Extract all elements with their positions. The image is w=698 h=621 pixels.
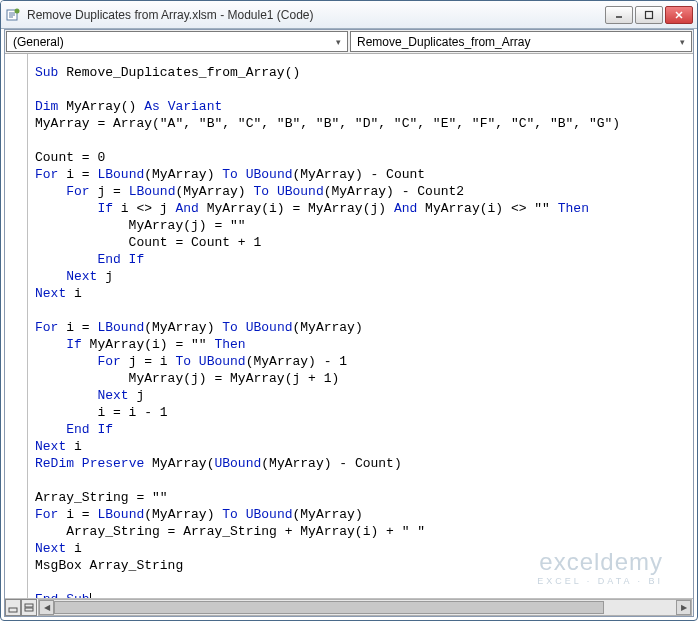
code-token: Next: [35, 541, 66, 556]
procedure-view-button[interactable]: [5, 599, 21, 616]
scroll-left-icon[interactable]: ◀: [39, 600, 54, 615]
code-token: End If: [35, 252, 144, 267]
code-token: ReDim: [35, 456, 74, 471]
code-token: For: [35, 354, 121, 369]
code-token: i <> j: [113, 201, 175, 216]
code-token: For: [35, 167, 58, 182]
code-token: UBound: [246, 320, 293, 335]
code-token: j: [97, 269, 113, 284]
code-token: (MyArray): [144, 320, 222, 335]
titlebar: Remove Duplicates from Array.xlsm - Modu…: [1, 1, 697, 29]
code-token: And: [175, 201, 198, 216]
code-token: UBound: [199, 354, 246, 369]
object-dropdown[interactable]: (General) ▾: [6, 31, 348, 52]
code-token: LBound: [97, 507, 144, 522]
svg-point-4: [15, 8, 20, 13]
code-token: [238, 507, 246, 522]
code-token: MyArray(i) = MyArray(j): [199, 201, 394, 216]
scroll-right-icon[interactable]: ▶: [676, 600, 691, 615]
code-token: (MyArray): [292, 320, 362, 335]
module-icon: [5, 7, 21, 23]
code-token: MyArray(j) = MyArray(j + 1): [35, 371, 339, 386]
code-token: [74, 456, 82, 471]
horizontal-scrollbar[interactable]: ◀ ▶: [38, 599, 692, 616]
code-token: i =: [58, 167, 97, 182]
code-token: (MyArray): [144, 507, 222, 522]
close-button[interactable]: [665, 6, 693, 24]
code-token: Array_String = "": [35, 490, 168, 505]
object-dropdown-text: (General): [13, 35, 336, 49]
code-token: Array_String = Array_String + MyArray(i)…: [35, 524, 425, 539]
code-token: LBound: [97, 167, 144, 182]
code-token: (MyArray): [144, 167, 222, 182]
code-token: Preserve: [82, 456, 144, 471]
code-token: Dim: [35, 99, 58, 114]
maximize-button[interactable]: [635, 6, 663, 24]
code-token: Count = Count + 1: [35, 235, 261, 250]
code-token: MyArray = Array("A", "B", "C", "B", "B",…: [35, 116, 620, 131]
full-module-view-button[interactable]: [21, 599, 37, 616]
code-token: To: [253, 184, 269, 199]
code-token: i: [66, 286, 82, 301]
code-token: [238, 320, 246, 335]
chevron-down-icon: ▾: [336, 37, 341, 47]
code-token: j =: [90, 184, 129, 199]
code-editor[interactable]: Sub Remove_Duplicates_from_Array() Dim M…: [5, 54, 693, 598]
code-token: UBound: [246, 167, 293, 182]
code-token: For: [35, 184, 90, 199]
code-token: MyArray(): [58, 99, 144, 114]
code-token: [269, 184, 277, 199]
code-token: MyArray(i) = "": [82, 337, 215, 352]
chevron-down-icon: ▾: [680, 37, 685, 47]
code-token: j = i: [121, 354, 176, 369]
code-token: MyArray(i) <> "": [417, 201, 557, 216]
editor-container: (General) ▾ Remove_Duplicates_from_Array…: [4, 29, 694, 617]
code-token: Sub: [35, 65, 58, 80]
code-token: (MyArray) - Count: [292, 167, 425, 182]
code-token: To: [222, 167, 238, 182]
scrollbar-thumb[interactable]: [54, 601, 604, 614]
code-token: i =: [58, 507, 97, 522]
dropdown-bar: (General) ▾ Remove_Duplicates_from_Array…: [5, 30, 693, 54]
code-token: If: [35, 201, 113, 216]
code-token: MsgBox Array_String: [35, 558, 183, 573]
code-token: If: [35, 337, 82, 352]
code-token: Next: [35, 439, 66, 454]
code-token: For: [35, 320, 58, 335]
code-token: Then: [558, 201, 589, 216]
code-token: As Variant: [144, 99, 222, 114]
window-buttons: [605, 6, 693, 24]
code-token: To: [175, 354, 191, 369]
code-token: LBound: [97, 320, 144, 335]
code-token: UBound: [277, 184, 324, 199]
code-token: i: [66, 439, 82, 454]
code-token: Next: [35, 269, 97, 284]
code-token: i =: [58, 320, 97, 335]
code-token: Count = 0: [35, 150, 105, 165]
minimize-button[interactable]: [605, 6, 633, 24]
code-token: And: [394, 201, 417, 216]
code-token: (MyArray): [292, 507, 362, 522]
svg-rect-9: [9, 608, 17, 612]
bottom-bar: ◀ ▶: [5, 598, 693, 616]
svg-rect-6: [646, 11, 653, 18]
code-token: Next: [35, 286, 66, 301]
code-token: Remove_Duplicates_from_Array(): [58, 65, 300, 80]
code-token: To: [222, 320, 238, 335]
code-token: (MyArray) - 1: [246, 354, 347, 369]
code-token: j: [129, 388, 145, 403]
svg-rect-10: [25, 604, 33, 607]
procedure-dropdown-text: Remove_Duplicates_from_Array: [357, 35, 680, 49]
code-token: UBound: [214, 456, 261, 471]
code-token: i = i - 1: [35, 405, 168, 420]
code-token: MyArray(j) = "": [35, 218, 246, 233]
code-token: [238, 167, 246, 182]
code-token: (MyArray): [175, 184, 253, 199]
code-token: End If: [35, 422, 113, 437]
window-title: Remove Duplicates from Array.xlsm - Modu…: [27, 8, 605, 22]
code-token: UBound: [246, 507, 293, 522]
code-token: LBound: [129, 184, 176, 199]
code-token: i: [66, 541, 82, 556]
code-token: Next: [35, 388, 129, 403]
procedure-dropdown[interactable]: Remove_Duplicates_from_Array ▾: [350, 31, 692, 52]
